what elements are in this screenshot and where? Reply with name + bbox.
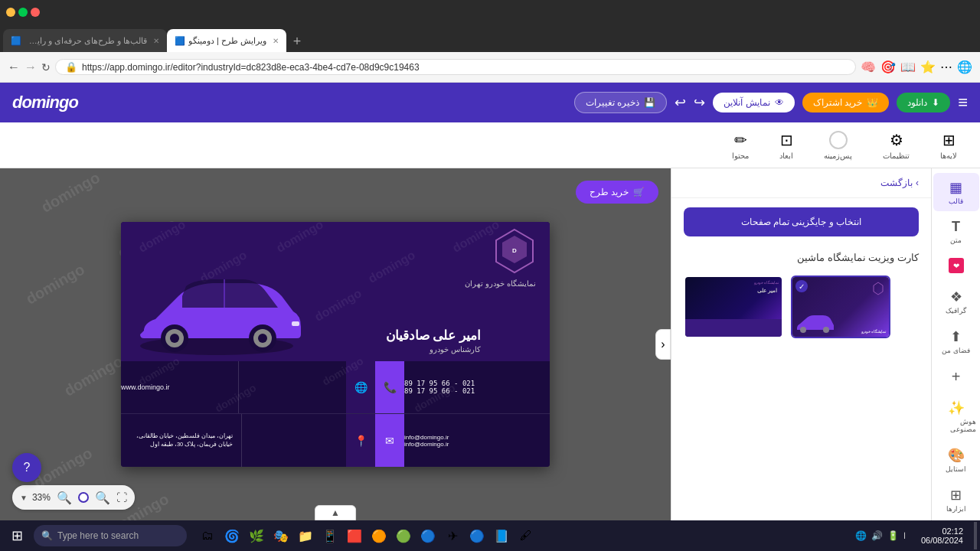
- taskbar-app-canva[interactable]: 🖋: [514, 524, 537, 547]
- taskbar-app-orange[interactable]: 🟠: [368, 524, 390, 547]
- tray-sound[interactable]: 🔊: [871, 530, 883, 541]
- tab-1[interactable]: 🟦 قالب‌ها و طرح‌های حرفه‌ای و رایگان ✕: [3, 29, 167, 52]
- taskbar-clock[interactable]: 02:12 06/08/2024: [915, 527, 969, 545]
- taskbar-apps: 🗂 🌀 🌿 🎭 📁 📱 🟥 🟠 🟢 🔵 ✈ 🔵 📘 🖋: [190, 524, 544, 547]
- email-info: info@domingo.ir info@domingo.ir: [404, 434, 550, 448]
- business-name: نمایشگاه خودرو تهران: [465, 276, 536, 289]
- taskbar-app-word[interactable]: 📘: [490, 524, 513, 547]
- taskbar-app-plane[interactable]: ✈: [441, 524, 464, 547]
- toolbar-item-layers[interactable]: ⊞ لایه‌ها: [933, 126, 965, 165]
- icon-bar-tools[interactable]: ⊞ ابزارها: [933, 481, 979, 519]
- menu-btn[interactable]: ≡: [958, 93, 968, 112]
- address-input[interactable]: [82, 62, 846, 73]
- redo-btn[interactable]: ↪: [694, 94, 705, 111]
- content-label: محتوا: [732, 152, 749, 160]
- window-maximize-btn[interactable]: [18, 8, 28, 17]
- download-label: دانلود: [907, 97, 927, 108]
- tab2-icon: 🟦: [175, 36, 185, 46]
- canvas-area: domingo domingo domingo domingo domingo …: [0, 168, 671, 520]
- toolbar-item-settings[interactable]: ⚙ تنظیمات: [875, 126, 917, 165]
- browser-ext-1[interactable]: 🧠: [861, 60, 876, 74]
- toolbar-item-background[interactable]: پس‌زمینه: [816, 126, 860, 165]
- toolbar-item-content[interactable]: ✏ محتوا: [724, 126, 756, 165]
- toolbar-item-dimensions[interactable]: ⊡ ابعاد: [772, 126, 801, 165]
- taskbar-app-store[interactable]: 📱: [318, 524, 341, 547]
- window-minimize-btn[interactable]: [6, 8, 15, 17]
- zoom-out-btn[interactable]: 🔍: [55, 488, 74, 507]
- buy-design-btn[interactable]: 🛒 خرید طرح: [576, 181, 658, 204]
- taskbar-app-edge[interactable]: 🌀: [220, 524, 243, 547]
- taskbar-app-app3[interactable]: 🎭: [270, 524, 292, 547]
- taskbar-search[interactable]: 🔍 Type here to search: [34, 525, 187, 546]
- icon-bar-add[interactable]: +: [933, 362, 979, 392]
- tab2-close[interactable]: ✕: [273, 37, 279, 45]
- dimensions-label: ابعاد: [779, 152, 793, 160]
- location-icon-btn[interactable]: 📍: [346, 414, 375, 467]
- clock-date: 06/08/2024: [921, 536, 963, 545]
- taskbar-app-red[interactable]: 🟥: [343, 524, 366, 547]
- taskbar-app-blue-circle[interactable]: 🔵: [416, 524, 439, 547]
- main-content: domingo domingo domingo domingo domingo …: [0, 168, 980, 520]
- preview-icon: 👁: [775, 97, 784, 108]
- tab1-label: قالب‌ها و طرح‌های حرفه‌ای و رایگان: [24, 36, 147, 46]
- taskbar: ⊞ 🔍 Type here to search 🗂 🌀 🌿 🎭 📁 📱 🟥 🟠 …: [0, 520, 980, 551]
- tab-2[interactable]: 🟦 ویرایش طرح | دومینگو ✕: [167, 29, 286, 52]
- template-1[interactable]: نمایشگاه خودرو ✓: [791, 276, 890, 338]
- card-bottom-section: domingo domingo domingo domingo 021 - 66…: [121, 361, 550, 467]
- content-icon: ✏: [734, 131, 747, 149]
- back-btn[interactable]: ←: [8, 60, 20, 74]
- website-info: www.domingo.ir: [121, 383, 238, 391]
- template-grid: نمایشگاه خودرو ✓ نمایشگاه خودرو: [671, 269, 931, 344]
- taskbar-app-green[interactable]: 🟢: [392, 524, 415, 547]
- sidebar-header: › بازگشت: [671, 168, 931, 198]
- template-2[interactable]: نمایشگاه خودرو امیر علی: [684, 276, 783, 338]
- taskbar-app-folder[interactable]: 📁: [294, 524, 317, 547]
- browser-more-btn[interactable]: ⋯: [940, 60, 952, 74]
- icon-bar-style[interactable]: 🎨 استایل: [933, 441, 979, 479]
- taskbar-app-explorer[interactable]: 🗂: [196, 524, 219, 547]
- browser-ext-3[interactable]: 📖: [900, 60, 916, 74]
- email1-text: info@domingo.ir: [404, 434, 449, 441]
- preview-label: نمایش آنلاین: [724, 97, 769, 108]
- download-btn[interactable]: ⬇ دانلود: [897, 93, 950, 112]
- window-close-btn[interactable]: [31, 8, 40, 17]
- start-btn[interactable]: ⊞: [3, 522, 31, 549]
- preview-btn[interactable]: 👁 نمایش آنلاین: [713, 93, 794, 112]
- fullscreen-btn[interactable]: ⛶: [116, 491, 127, 504]
- tray-battery[interactable]: 🔋: [887, 530, 899, 541]
- taskbar-app-tree[interactable]: 🌿: [245, 524, 268, 547]
- tray-network[interactable]: 🌐: [855, 530, 867, 541]
- phone-icon-btn[interactable]: 📞: [375, 361, 404, 413]
- browser-ext-4[interactable]: ⭐: [920, 60, 936, 74]
- background-icon: [829, 131, 848, 149]
- icon-bar-graphics[interactable]: ❖ گرافیک: [933, 282, 979, 321]
- toolbar: ⊞ لایه‌ها ⚙ تنظیمات پس‌زمینه ⊡ ابعاد ✏ م…: [0, 122, 980, 168]
- browser-ext-2[interactable]: 🎯: [880, 60, 896, 74]
- icon-bar-myspace[interactable]: ⬆ فضای من: [933, 322, 979, 360]
- undo-btn[interactable]: ↩: [675, 94, 686, 111]
- subscribe-btn[interactable]: 👑 خرید اشتراک: [802, 93, 889, 112]
- icon-bar-templates[interactable]: ▦ قالب: [933, 173, 979, 211]
- collapse-top-btn[interactable]: ▲: [315, 505, 356, 520]
- svg-point-7: [258, 334, 267, 343]
- tab1-close[interactable]: ✕: [153, 37, 159, 45]
- svg-text:D: D: [512, 247, 517, 254]
- logo: domingo: [12, 93, 78, 112]
- icon-bar-brand[interactable]: ❤: [933, 252, 979, 281]
- save-btn[interactable]: 💾 ذخیره تغییرات: [574, 92, 667, 113]
- new-tab-btn[interactable]: +: [286, 31, 308, 52]
- icon-bar-ai[interactable]: ✨ هوش مصنوعی: [933, 393, 979, 439]
- brand-icon: ❤: [949, 258, 964, 273]
- address-info: تهران، میدان فلسطین، خیابان طالقانی، خیا…: [121, 432, 241, 448]
- help-btn[interactable]: ?: [12, 453, 41, 482]
- zoom-in-btn[interactable]: 🔍: [93, 488, 112, 507]
- email-icon-btn[interactable]: ✉: [375, 414, 404, 467]
- sidebar-back-btn[interactable]: › بازگشت: [880, 178, 919, 188]
- show-desktop-btn[interactable]: [974, 522, 977, 549]
- replace-all-btn[interactable]: انتخاب و جایگزینی تمام صفحات: [684, 207, 919, 236]
- collapse-panel-btn[interactable]: ›: [655, 329, 671, 360]
- icon-bar-text[interactable]: T متن: [933, 213, 979, 250]
- forward-btn[interactable]: →: [24, 60, 37, 74]
- taskbar-app-teal[interactable]: 🔵: [466, 524, 488, 547]
- refresh-btn[interactable]: ↻: [41, 61, 51, 73]
